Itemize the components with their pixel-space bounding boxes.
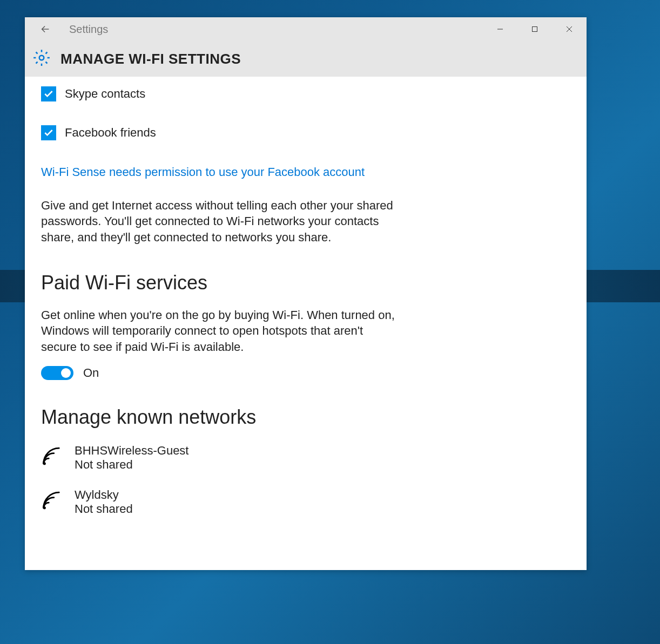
checkbox-label: Skype contacts xyxy=(65,87,145,101)
gear-icon xyxy=(32,49,51,69)
network-name: BHHSWireless-Guest xyxy=(75,444,188,458)
maximize-icon xyxy=(531,26,538,32)
maximize-button[interactable] xyxy=(517,17,552,41)
network-name: Wyldsky xyxy=(75,488,133,502)
known-networks-heading: Manage known networks xyxy=(41,406,398,429)
paid-wifi-description: Get online when you're on the go by buyi… xyxy=(41,307,398,355)
titlebar: Settings MANAGE WI-FI SETTING xyxy=(25,17,587,77)
titlebar-header: MANAGE WI-FI SETTINGS xyxy=(25,41,587,77)
minimize-button[interactable] xyxy=(483,17,517,41)
network-status: Not shared xyxy=(75,502,133,516)
settings-window: Settings MANAGE WI-FI SETTING xyxy=(25,17,587,570)
wifi-icon xyxy=(41,491,62,513)
svg-point-5 xyxy=(43,462,46,465)
toggle-state-label: On xyxy=(83,366,99,380)
close-icon xyxy=(566,26,573,32)
network-item[interactable]: Wyldsky Not shared xyxy=(41,486,398,518)
network-text: BHHSWireless-Guest Not shared xyxy=(75,444,188,472)
checkbox-facebook-friends[interactable]: Facebook friends xyxy=(41,125,398,140)
paid-wifi-toggle[interactable] xyxy=(41,366,73,380)
checkbox-icon xyxy=(41,125,56,140)
paid-wifi-toggle-row: On xyxy=(41,366,398,380)
network-status: Not shared xyxy=(75,458,188,472)
paid-wifi-heading: Paid Wi-Fi services xyxy=(41,272,398,294)
checkbox-label: Facebook friends xyxy=(65,126,156,140)
titlebar-top: Settings xyxy=(25,17,587,41)
svg-point-6 xyxy=(43,506,46,509)
back-arrow-icon xyxy=(39,23,51,35)
network-item[interactable]: BHHSWireless-Guest Not shared xyxy=(41,442,398,474)
wifi-sense-description: Give and get Internet access without tel… xyxy=(41,198,398,246)
facebook-permission-link[interactable]: Wi-Fi Sense needs permission to use your… xyxy=(41,164,398,180)
wifi-icon xyxy=(41,446,62,469)
app-title: Settings xyxy=(69,23,108,36)
svg-point-4 xyxy=(39,56,44,60)
content-area: Skype contacts Facebook friends Wi-Fi Se… xyxy=(25,77,414,570)
network-text: Wyldsky Not shared xyxy=(75,488,133,516)
checkbox-skype-contacts[interactable]: Skype contacts xyxy=(41,86,398,101)
checkbox-icon xyxy=(41,86,56,101)
window-controls xyxy=(483,17,587,41)
page-heading: MANAGE WI-FI SETTINGS xyxy=(60,51,241,67)
svg-rect-1 xyxy=(533,27,537,32)
close-button[interactable] xyxy=(552,17,587,41)
toggle-knob xyxy=(61,368,71,378)
back-button[interactable] xyxy=(35,18,56,40)
minimize-icon xyxy=(497,26,503,32)
